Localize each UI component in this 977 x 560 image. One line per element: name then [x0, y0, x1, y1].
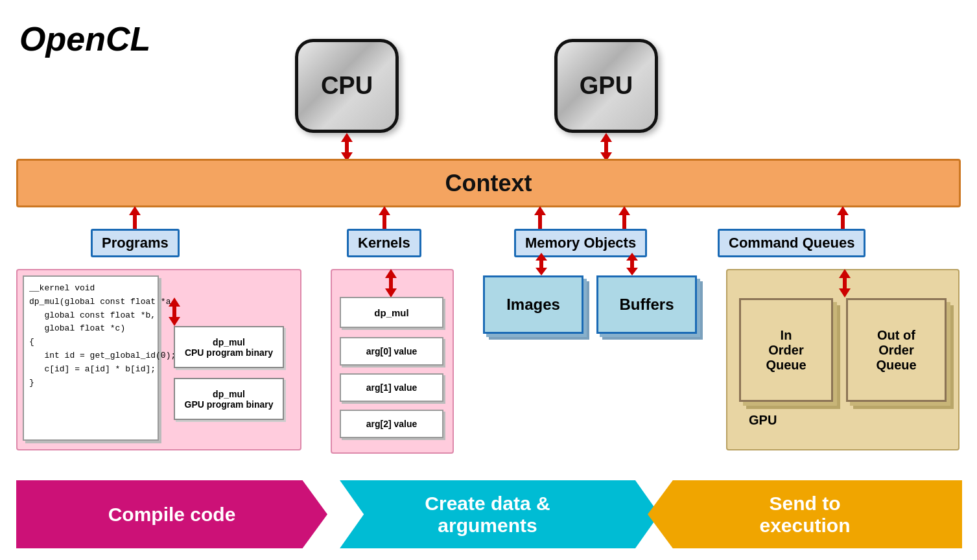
svg-marker-33 [839, 269, 851, 278]
svg-rect-25 [389, 277, 393, 289]
svg-marker-3 [600, 133, 612, 142]
svg-marker-32 [626, 268, 638, 275]
memory-buffers-arrow [622, 253, 642, 275]
compile-code-chevron: Compile code [16, 480, 327, 548]
cpu-device-box: CPU [295, 39, 399, 133]
command-queues-label: Command Queues [718, 229, 865, 257]
svg-marker-23 [169, 317, 180, 326]
svg-rect-4 [604, 141, 608, 153]
svg-marker-30 [626, 253, 638, 261]
images-memory-item: Images [483, 275, 583, 334]
queues-internal-arrow [835, 269, 854, 298]
context-bar: Context [16, 159, 961, 207]
svg-marker-26 [385, 288, 397, 298]
svg-rect-34 [843, 277, 847, 289]
svg-marker-35 [839, 288, 851, 298]
svg-marker-18 [837, 206, 849, 215]
cpu-binary-box: dp_mul CPU program binary [174, 326, 284, 368]
svg-marker-9 [379, 206, 390, 215]
gpu-label: GPU [580, 72, 633, 100]
in-order-queue-item: In Order Queue [739, 298, 833, 402]
buffers-memory-item: Buffers [596, 275, 697, 334]
kernels-internal-arrow [381, 269, 401, 298]
compile-code-label: Compile code [108, 504, 236, 526]
gpu-context-arrow [596, 133, 616, 161]
svg-marker-0 [341, 133, 353, 142]
queues-gpu-label: GPU [749, 413, 777, 428]
programs-binary-arrow [165, 298, 184, 326]
kernel-arg1-box: arg[1] value [340, 373, 443, 402]
opencl-title: OpenCL [19, 19, 150, 58]
code-text: __kernel void dp_mul(global const float … [29, 283, 176, 388]
kernel-arg2-box: arg[2] value [340, 410, 443, 438]
svg-marker-24 [385, 269, 397, 278]
gpu-binary-box: dp_mul GPU program binary [174, 378, 284, 420]
svg-marker-6 [129, 206, 141, 215]
code-source-box: __kernel void dp_mul(global const float … [23, 275, 159, 441]
svg-marker-21 [169, 298, 180, 307]
gpu-device-box: GPU [554, 39, 658, 133]
kernels-label: Kernels [347, 229, 421, 257]
kernel-name-box: dp_mul [340, 297, 443, 328]
create-data-chevron: Create data & arguments [316, 480, 659, 548]
kernel-arg0-box: arg[0] value [340, 337, 443, 366]
cpu-label: CPU [321, 72, 373, 100]
svg-marker-27 [536, 253, 547, 261]
context-label: Context [445, 170, 532, 197]
svg-rect-1 [345, 141, 349, 153]
out-of-order-queue-item: Out of Order Queue [846, 298, 947, 402]
send-execution-chevron: Send to execution [648, 480, 962, 548]
svg-marker-29 [536, 268, 547, 275]
svg-rect-22 [172, 306, 176, 318]
send-execution-label: Send to execution [759, 493, 850, 537]
create-data-label: Create data & arguments [425, 493, 550, 537]
svg-marker-15 [618, 206, 630, 215]
cpu-context-arrow [337, 133, 357, 161]
programs-label: Programs [91, 229, 180, 257]
svg-marker-12 [534, 206, 546, 215]
memory-images-arrow [532, 253, 551, 275]
